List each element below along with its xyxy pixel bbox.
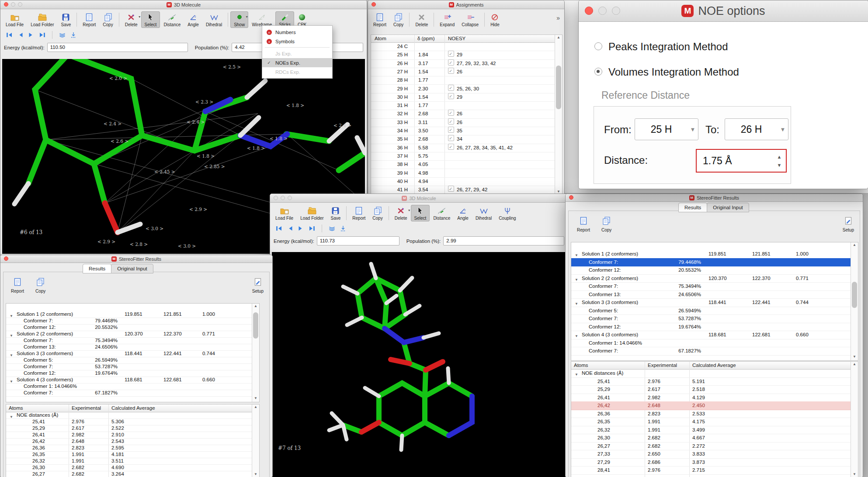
- table-row[interactable]: 28 H1.77: [371, 76, 562, 85]
- dihedral-button[interactable]: Dihedral: [472, 205, 495, 221]
- energy-input[interactable]: 110.73: [317, 236, 399, 245]
- assignments-table-header[interactable]: Atom δ (ppm) NOESY: [371, 35, 562, 43]
- table-row[interactable]: 24 C: [371, 42, 562, 51]
- scrollbar-vertical[interactable]: ▲▼: [851, 362, 858, 477]
- noesy-checkbox[interactable]: [448, 68, 454, 74]
- noesy-checkbox[interactable]: [448, 51, 454, 57]
- zoom-button[interactable]: [288, 196, 292, 200]
- noe-distance-row[interactable]: 26,302.6824.667: [571, 434, 858, 442]
- setup-button[interactable]: Setup: [252, 278, 264, 294]
- dihedral-button[interactable]: Dihedral: [202, 11, 226, 28]
- noesy-checkbox[interactable]: [448, 127, 454, 133]
- report-button[interactable]: Report: [349, 205, 369, 221]
- copy-button[interactable]: Copy: [35, 278, 45, 294]
- titlebar[interactable]: M Assignments: [368, 0, 564, 9]
- minimize-button[interactable]: [11, 2, 15, 7]
- conformer-row[interactable]: [571, 355, 858, 361]
- report-button[interactable]: Report: [79, 11, 99, 28]
- table-row[interactable]: 38 H4.05: [371, 160, 562, 169]
- noe-distance-row[interactable]: 26,351.9914.181: [6, 451, 259, 458]
- scrollbar-vertical[interactable]: ▲ ▼: [555, 35, 562, 195]
- conformer-row[interactable]: Conformer 7:53.7287%: [571, 315, 858, 323]
- conformer-row[interactable]: Conformer 1: 14.0466%: [6, 383, 259, 390]
- noe-distance-row[interactable]: 25,412.9765.191: [571, 377, 858, 386]
- noesy-checkbox[interactable]: [448, 93, 454, 99]
- delete-button[interactable]: Delete▼: [122, 11, 141, 28]
- noe-distance-row[interactable]: 26,321.9913.499: [571, 426, 858, 435]
- conformer-row[interactable]: Conformer 13:24.6506%: [571, 290, 858, 299]
- table-row[interactable]: 29 H2.3025, 26, 30: [371, 85, 562, 93]
- copy-button[interactable]: Copy: [390, 11, 407, 28]
- solution-group-row[interactable]: ▼Solution 3 (3 conformers)118.441122.441…: [6, 350, 259, 357]
- conformer-row[interactable]: Conformer 1: 14.0466%: [571, 339, 858, 348]
- noesy-checkbox[interactable]: [448, 135, 454, 141]
- superimpose-button[interactable]: [328, 225, 336, 232]
- noesy-checkbox[interactable]: [448, 186, 454, 192]
- solution-group-row[interactable]: ▼Solution 2 (2 conformers)120.370122.370…: [571, 274, 858, 283]
- table-row[interactable]: 27 H1.5426: [371, 68, 562, 76]
- noe-distance-row[interactable]: 26,272.6823.264: [6, 471, 259, 477]
- table-row[interactable]: 37 H5.75: [371, 152, 562, 161]
- table-row[interactable]: 34 H3.5035: [371, 127, 562, 135]
- close-button[interactable]: [4, 2, 8, 7]
- delete-button[interactable]: Delete: [412, 11, 431, 28]
- noe-distance-row[interactable]: 25,292.6172.518: [571, 385, 858, 394]
- previous-conformer-button[interactable]: [17, 32, 24, 38]
- report-button[interactable]: Report: [11, 278, 24, 294]
- table-row[interactable]: 30 H1.5429: [371, 93, 562, 102]
- setup-button[interactable]: Setup: [843, 217, 854, 232]
- noe-distance-row[interactable]: 26,422.6482.543: [6, 438, 259, 445]
- conformer-row[interactable]: Conformer 7:79.4468%: [6, 318, 259, 325]
- tab-results[interactable]: Results: [83, 264, 111, 273]
- copy-button[interactable]: Copy: [369, 205, 386, 221]
- superimpose-button[interactable]: [59, 32, 66, 38]
- expand-button[interactable]: Expand: [436, 11, 458, 28]
- minimize-button[interactable]: [281, 196, 285, 200]
- population-input[interactable]: 2.99: [443, 236, 564, 245]
- conformer-row[interactable]: Conformer 12:20.5532%: [571, 266, 858, 275]
- table-row[interactable]: 26 H3.1727, 29, 32, 33, 42: [371, 59, 562, 68]
- collapse-button[interactable]: Collapse: [458, 11, 482, 28]
- solution-group-row[interactable]: ▼Solution 2 (2 conformers)120.370122.370…: [6, 331, 259, 338]
- minimize-button[interactable]: [598, 7, 607, 15]
- noe-distance-row[interactable]: 27,332.6503.833: [571, 450, 858, 459]
- last-conformer-button[interactable]: [38, 32, 46, 38]
- load-file-button[interactable]: Load File: [2, 11, 27, 28]
- next-conformer-button[interactable]: [298, 225, 304, 232]
- solution-group-row[interactable]: ▼Solution 1 (2 conformers)119.851121.851…: [6, 311, 259, 318]
- menu-item-symbols[interactable]: xSymbols: [262, 37, 332, 46]
- align-button[interactable]: [340, 225, 346, 232]
- angle-button[interactable]: 2Angle: [454, 205, 472, 221]
- solution-group-row[interactable]: ▼Solution 4 (3 conformers)118.681122.681…: [6, 377, 259, 384]
- conformer-row[interactable]: Conformer 7:53.7287%: [6, 363, 259, 370]
- atoms-table-header[interactable]: AtomsExperimentalCalculated Average: [571, 362, 858, 370]
- save-button[interactable]: Save: [58, 11, 75, 28]
- table-row[interactable]: 31 H1.77: [371, 101, 562, 110]
- scrollbar-vertical[interactable]: ▲▼: [851, 242, 858, 360]
- close-button[interactable]: [274, 196, 278, 200]
- table-row[interactable]: 36 H5.5826, 27, 28, 34, 35, 41, 42: [371, 144, 562, 152]
- report-button[interactable]: Report: [577, 217, 590, 232]
- conformer-row[interactable]: Conformer 7:67.1827%: [6, 390, 259, 397]
- zoom-button[interactable]: [612, 7, 620, 15]
- noesy-checkbox[interactable]: [448, 59, 454, 66]
- report-button[interactable]: Report: [370, 11, 390, 28]
- distance-button[interactable]: Distance: [430, 205, 454, 221]
- close-button[interactable]: [4, 256, 8, 261]
- conformer-row[interactable]: Conformer 5:26.5949%: [6, 357, 259, 364]
- conformer-row[interactable]: Conformer 7:79.4468%: [571, 258, 858, 267]
- noe-distance-row[interactable]: 26,412.9824.129: [571, 394, 858, 402]
- conformer-row[interactable]: Conformer 12:19.6764%: [6, 370, 259, 377]
- conformer-row[interactable]: Conformer 7:67.1827%: [571, 347, 858, 356]
- molecule-3d-view[interactable]: #7 of 13: [272, 252, 566, 477]
- noe-distance-row[interactable]: 26,422.6482.450: [571, 401, 858, 410]
- noe-distance-row[interactable]: 26,362.8232.595: [6, 445, 259, 452]
- spinner-down-icon[interactable]: ▼: [777, 162, 782, 168]
- noesy-checkbox[interactable]: [448, 118, 454, 124]
- solution-group-row[interactable]: ▼Solution 3 (3 conformers)118.441122.441…: [571, 298, 858, 307]
- conformer-row[interactable]: Conformer 5:26.5949%: [571, 307, 858, 315]
- conformer-row[interactable]: Conformer 12:20.5532%: [6, 324, 259, 331]
- to-atom-select[interactable]: 26 H▼: [725, 118, 788, 140]
- tab-results[interactable]: Results: [678, 203, 707, 212]
- noe-distance-row[interactable]: 26,272.6822.272: [571, 442, 858, 451]
